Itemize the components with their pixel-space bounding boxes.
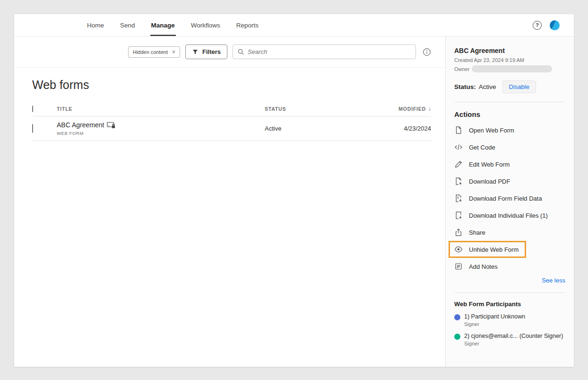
details-title: ABC Agreement	[454, 47, 565, 54]
action-share[interactable]: Share	[449, 224, 493, 241]
action-download-individual-files[interactable]: Download Individual Files (1)	[449, 207, 555, 224]
column-header-title[interactable]: TITLE	[57, 106, 265, 112]
hidden-content-filter-chip[interactable]: Hidden content ×	[128, 46, 180, 58]
details-created: Created Apr 23, 2024 9:19 AM	[454, 57, 565, 63]
download-data-icon	[454, 194, 463, 203]
content: Web forms TITLE STATUS MODIFIED↓ ABC Agr…	[14, 68, 445, 141]
tab-reports[interactable]: Reports	[235, 14, 259, 36]
toolbar: Hidden content × Filters	[14, 36, 445, 68]
participant-role: Signer	[464, 321, 525, 327]
table-header: TITLE STATUS MODIFIED↓	[32, 101, 431, 116]
row-checkbox[interactable]	[32, 124, 33, 133]
chip-label: Hidden content	[133, 49, 168, 55]
participant-item: 1) Participant Unknown Signer	[454, 313, 565, 327]
search-box	[233, 44, 416, 59]
divider	[454, 292, 565, 293]
help-icon[interactable]: ?	[533, 21, 542, 30]
action-add-notes[interactable]: Add Notes	[449, 258, 505, 275]
action-download-pdf[interactable]: Download PDF	[449, 173, 518, 190]
search-input[interactable]	[248, 48, 411, 55]
participant-color-dot	[454, 314, 460, 320]
tab-manage[interactable]: Manage	[150, 14, 176, 36]
nav-tabs: Home Send Manage Workflows Reports	[86, 14, 259, 36]
note-icon	[454, 262, 463, 271]
participant-name: 1) Participant Unknown	[464, 313, 525, 320]
download-pdf-icon	[454, 177, 463, 186]
actions-list: Open Web Form Get Code Edit Web Form	[449, 122, 565, 275]
page-title: Web forms	[32, 78, 431, 92]
actions-title: Actions	[454, 110, 565, 118]
action-edit-web-form[interactable]: Edit Web Form	[449, 156, 517, 173]
app-window: Home Send Manage Workflows Reports ? Hid…	[14, 14, 574, 367]
participant-item: 2) cjones@email.c... (Counter Signer) Si…	[454, 333, 565, 346]
download-file-icon	[454, 211, 463, 220]
funnel-icon	[192, 49, 199, 55]
table-row[interactable]: ABC Agreement WEB FORM	[32, 116, 431, 141]
participant-name: 2) cjones@email.c... (Counter Signer)	[464, 333, 563, 339]
column-header-status[interactable]: STATUS	[265, 106, 373, 112]
details-panel: ABC Agreement Created Apr 23, 2024 9:19 …	[445, 36, 574, 367]
filters-button[interactable]: Filters	[185, 44, 227, 59]
filters-label: Filters	[202, 48, 221, 55]
info-icon[interactable]	[423, 48, 431, 56]
divider	[454, 102, 565, 102]
webform-lock-icon	[107, 121, 116, 129]
search-icon	[237, 48, 244, 55]
document-icon	[454, 126, 463, 134]
header-right: ?	[533, 14, 560, 36]
participant-color-dot	[454, 334, 460, 340]
disable-button[interactable]: Disable	[502, 80, 536, 93]
code-icon	[454, 143, 463, 151]
owner-label: Owner	[454, 66, 469, 72]
action-download-form-field-data[interactable]: Download Form Field Data	[449, 190, 550, 207]
main-area: Hidden content × Filters	[14, 36, 445, 367]
action-open-web-form[interactable]: Open Web Form	[449, 122, 522, 139]
eye-icon	[454, 245, 463, 254]
top-nav: Home Send Manage Workflows Reports ?	[14, 14, 574, 36]
action-get-code[interactable]: Get Code	[449, 139, 503, 156]
tab-send[interactable]: Send	[119, 14, 136, 36]
participants-title: Web Form Participants	[454, 300, 565, 308]
chip-close-icon[interactable]: ×	[172, 49, 175, 55]
row-title[interactable]: ABC Agreement	[57, 121, 104, 129]
tab-home[interactable]: Home	[86, 14, 105, 36]
status-value: Active	[479, 83, 496, 90]
sort-desc-icon: ↓	[428, 106, 431, 112]
select-all-checkbox[interactable]	[32, 106, 33, 112]
row-subtitle: WEB FORM	[57, 131, 265, 136]
column-header-modified[interactable]: MODIFIED↓	[373, 106, 431, 112]
pencil-icon	[454, 160, 463, 168]
user-avatar[interactable]	[550, 20, 560, 30]
see-less-link[interactable]: See less	[454, 277, 565, 284]
tab-workflows[interactable]: Workflows	[190, 14, 221, 36]
status-label: Status:	[454, 83, 476, 90]
row-status: Active	[265, 125, 373, 132]
share-icon	[454, 228, 463, 237]
row-modified: 4/23/2024	[373, 125, 431, 132]
owner-redacted-value	[472, 65, 552, 72]
action-unhide-web-form[interactable]: Unhide Web Form	[449, 241, 526, 258]
participant-role: Signer	[464, 341, 563, 346]
